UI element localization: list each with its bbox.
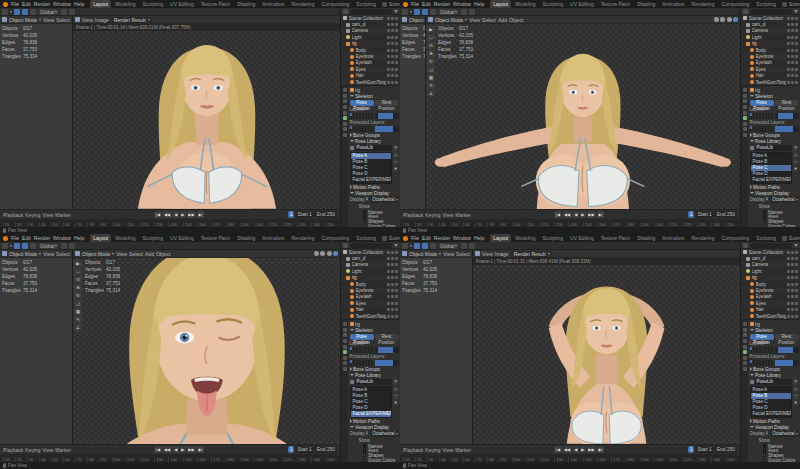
selectable-icon[interactable] — [391, 61, 394, 64]
render-camera-icon[interactable] — [795, 42, 798, 45]
armature-layer-toggle[interactable] — [356, 350, 359, 353]
outliner-editor-icon[interactable] — [343, 9, 348, 14]
editor-type-icon[interactable] — [75, 251, 80, 256]
timeline-menu-item[interactable]: Playback — [3, 212, 23, 218]
pose-list-item[interactable]: Facial EXPERIMENTAL... — [351, 177, 391, 183]
app-menu-item[interactable]: File — [11, 235, 19, 241]
armature-layer-toggle[interactable] — [765, 116, 768, 119]
viewport-menu-item[interactable]: View — [443, 251, 454, 257]
pose-library-name[interactable]: PoseLib — [355, 145, 392, 151]
constraint-properties-tab-icon[interactable] — [343, 133, 347, 137]
render-camera-icon[interactable] — [795, 308, 798, 311]
armature-layer-toggle[interactable] — [353, 116, 356, 119]
pose-position-button[interactable]: Pose Position — [350, 334, 374, 341]
pose-library-panel-header[interactable]: Pose Library — [350, 139, 399, 144]
mode-dropdown[interactable]: Object Mode — [82, 251, 110, 257]
hide-viewport-eye-icon[interactable] — [787, 263, 790, 266]
workspace-tab[interactable]: Animation — [259, 234, 287, 242]
rest-position-button[interactable]: Rest Position — [775, 334, 799, 341]
workspace-tab[interactable]: Scripting — [353, 0, 378, 8]
viewport-tool-button[interactable]: ↻ — [74, 292, 82, 299]
armature-layer-toggle[interactable] — [359, 363, 362, 366]
transform-orientation-dropdown[interactable]: Global — [438, 9, 459, 15]
viewport-menu-item[interactable]: Object — [156, 251, 170, 257]
hide-viewport-eye-icon[interactable] — [387, 74, 390, 77]
mode-dropdown[interactable]: Object Mode — [9, 251, 37, 257]
object-data-properties-tab-icon[interactable] — [743, 116, 747, 120]
selectable-icon[interactable] — [391, 295, 394, 298]
transform-orientation-dropdown[interactable]: Global — [38, 9, 59, 15]
render-properties-tab-icon[interactable] — [343, 88, 347, 92]
image-datablock-selector[interactable]: Render Result — [111, 17, 153, 23]
workspace-tab[interactable]: Rendering — [688, 234, 717, 242]
snap-magnet-icon[interactable] — [461, 243, 467, 249]
render-camera-icon[interactable] — [795, 295, 798, 298]
hide-viewport-eye-icon[interactable] — [387, 270, 390, 273]
armature-layer-toggle[interactable] — [365, 116, 368, 119]
breadcrumb[interactable]: rig — [355, 88, 360, 93]
armature-layer-toggle[interactable] — [368, 129, 371, 132]
active-tool-icon[interactable] — [2, 9, 8, 15]
armature-layer-toggle[interactable] — [756, 350, 759, 353]
selectable-icon[interactable] — [391, 308, 394, 311]
playback-button[interactable]: ▶ — [580, 446, 586, 453]
viewport-tool-button[interactable]: ⊙ — [74, 276, 82, 283]
mode-transfer-icon[interactable] — [14, 9, 20, 15]
workspace-tab[interactable]: Shading — [634, 0, 658, 8]
end-frame-field[interactable]: End 250 — [315, 211, 337, 218]
checkbox[interactable] — [763, 215, 767, 219]
pose-position-button[interactable]: Pose Position — [750, 334, 774, 341]
workspace-tab[interactable]: Animation — [659, 0, 687, 8]
hide-viewport-eye-icon[interactable] — [787, 68, 790, 71]
render-camera-icon[interactable] — [795, 49, 798, 52]
hide-viewport-eye-icon[interactable] — [787, 257, 790, 260]
outliner-search-input[interactable] — [350, 9, 392, 14]
playback-button[interactable]: ◀◀ — [563, 446, 572, 453]
render-camera-icon[interactable] — [795, 270, 798, 273]
timeline-menu-item[interactable]: Keying — [25, 447, 40, 453]
workspace-tab[interactable]: Texture Paint — [598, 234, 633, 242]
selectable-icon[interactable] — [391, 276, 394, 279]
armature-layer-toggle[interactable] — [396, 129, 399, 132]
app-menu-item[interactable]: Edit — [422, 235, 431, 241]
breadcrumb[interactable]: rig — [355, 322, 360, 327]
app-menu-item[interactable]: Edit — [22, 1, 31, 7]
workspace-tab[interactable]: Layout — [490, 0, 511, 8]
editor-type-icon[interactable] — [2, 251, 7, 256]
selectable-icon[interactable] — [391, 42, 394, 45]
armature-layer-toggle[interactable] — [771, 116, 774, 119]
armature-layer-toggle[interactable] — [356, 129, 359, 132]
active-tool-icon[interactable] — [402, 243, 408, 249]
armature-layer-toggle[interactable] — [768, 129, 771, 132]
hide-viewport-eye-icon[interactable] — [387, 263, 390, 266]
timeline-menu-item[interactable]: Playback — [403, 447, 423, 453]
physics-properties-tab-icon[interactable] — [343, 361, 347, 365]
playback-button[interactable]: ◀ — [573, 211, 579, 218]
viewport-tool-button[interactable]: ✎ — [427, 82, 435, 89]
scene-name[interactable]: Scene — [789, 235, 800, 241]
selectable-icon[interactable] — [791, 74, 794, 77]
output-properties-tab-icon[interactable] — [343, 94, 347, 98]
checkbox[interactable] — [763, 444, 767, 448]
mode-dropdown[interactable]: Object Mode — [409, 17, 425, 23]
viewport-menu-item[interactable]: Select — [129, 251, 143, 257]
armature-layer-toggle[interactable] — [768, 116, 771, 119]
selectable-icon[interactable] — [391, 289, 394, 292]
unlink-x-icon[interactable]: × — [793, 145, 799, 151]
hide-viewport-eye-icon[interactable] — [787, 283, 790, 286]
armature-layer-toggle[interactable] — [762, 116, 765, 119]
hide-viewport-eye-icon[interactable] — [787, 49, 790, 52]
playback-button[interactable]: ▶| — [197, 211, 204, 218]
scene-properties-tab-icon[interactable] — [743, 99, 747, 103]
add-pose-button[interactable]: + — [793, 152, 799, 158]
render-properties-tab-icon[interactable] — [743, 88, 747, 92]
hide-viewport-eye-icon[interactable] — [387, 49, 390, 52]
armature-layer-toggle[interactable] — [353, 350, 356, 353]
skeleton-panel-header[interactable]: Skeleton — [350, 328, 399, 333]
hide-viewport-eye-icon[interactable] — [387, 42, 390, 45]
armature-layer-toggle[interactable] — [796, 129, 799, 132]
viewport-tool-button[interactable]: ◿ — [427, 66, 435, 73]
playback-button[interactable]: ▶| — [597, 211, 604, 218]
active-tool-icon[interactable] — [402, 9, 408, 15]
armature-layer-toggle[interactable] — [753, 363, 756, 366]
